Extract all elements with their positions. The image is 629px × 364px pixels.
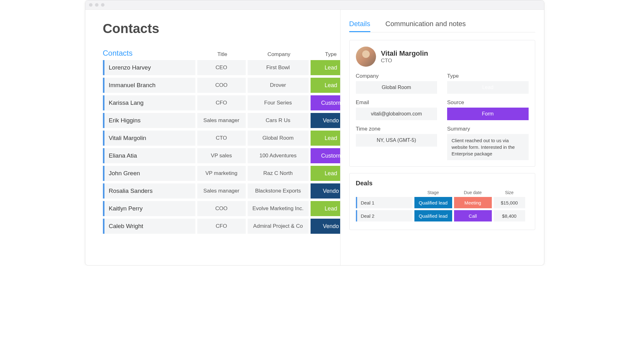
cell-title: VP sales	[197, 148, 246, 163]
cell-name: Eliana Atia	[103, 148, 195, 163]
cell-name: Lorenzo Harvey	[103, 60, 195, 75]
cell-title: COO	[197, 201, 246, 216]
contact-card: Vitali Margolin CTO Company Global Room …	[349, 40, 535, 167]
value-timezone[interactable]: NY, USA (GMT-5)	[356, 134, 437, 147]
titlebar	[85, 0, 544, 10]
label-type: Type	[447, 73, 529, 79]
table-row[interactable]: Caleb WrightCFOAdmiral Project & CoVendo	[103, 219, 340, 234]
detail-panel: Details Communication and notes Vitali M…	[340, 10, 544, 265]
deals-col-stage: Stage	[414, 190, 452, 195]
tab-communication[interactable]: Communication and notes	[385, 20, 466, 32]
table-row[interactable]: Erik HigginsSales managerCars R UsVendo	[103, 113, 340, 128]
label-company: Company	[356, 73, 437, 79]
table-row[interactable]: Lorenzo HarveyCEOFirst BowlLead	[103, 60, 340, 75]
table-row[interactable]: Rosalia SandersSales managerBlackstone E…	[103, 183, 340, 199]
cell-title: CFO	[197, 219, 246, 234]
label-email: Email	[356, 99, 437, 106]
deals-col-size: Size	[494, 190, 525, 195]
cell-company: Four Series	[248, 95, 309, 110]
cell-type: Custom	[311, 95, 340, 110]
cell-name: Immanuel Branch	[103, 78, 195, 93]
cell-company: Global Room	[248, 131, 309, 146]
cell-type: Lead	[311, 78, 340, 93]
field-type: Type Lead	[447, 73, 529, 94]
deals-title: Deals	[356, 180, 529, 187]
cell-company: Drover	[248, 78, 309, 93]
deals-rows: Deal 1Qualified leadMeeting$15,000Deal 2…	[356, 197, 529, 221]
table-row[interactable]: Karissa LangCFOFour SeriesCustom	[103, 95, 340, 110]
value-summary[interactable]: Client reached out to us via website for…	[447, 134, 529, 160]
value-source[interactable]: Form	[447, 108, 529, 120]
tabs: Details Communication and notes	[349, 20, 535, 32]
cell-name: Caleb Wright	[103, 219, 195, 234]
table-row[interactable]: Immanuel BranchCOODroverLead	[103, 78, 340, 93]
field-company: Company Global Room	[356, 73, 437, 94]
cell-name: Kaitlyn Perry	[103, 201, 195, 216]
table-row[interactable]: Eliana AtiaVP sales100 AdventuresCustom	[103, 148, 340, 163]
cell-company: Evolve Marketing Inc.	[248, 201, 309, 216]
content: Contacts Contacts Title Company Type Lor…	[85, 10, 544, 265]
table-row[interactable]: John GreenVP marketingRaz C NorthLead	[103, 166, 340, 181]
deal-due: Meeting	[454, 197, 492, 208]
cell-name: Erik Higgins	[103, 113, 195, 128]
deals-col-empty	[356, 190, 413, 195]
value-email[interactable]: vitali@globalroom.com	[356, 108, 437, 120]
contacts-rows: Lorenzo HarveyCEOFirst BowlLeadImmanuel …	[103, 60, 340, 234]
cell-company: 100 Adventures	[248, 148, 309, 163]
window-controls	[89, 3, 104, 7]
label-source: Source	[447, 99, 529, 106]
maximize-icon[interactable]	[101, 3, 104, 7]
cell-title: Sales manager	[197, 183, 246, 199]
profile-title: CTO	[381, 58, 428, 64]
cell-title: VP marketing	[197, 166, 246, 181]
cell-name: John Green	[103, 166, 195, 181]
contacts-table-header: Contacts Title Company Type	[103, 49, 340, 58]
cell-title: CTO	[197, 131, 246, 146]
field-source: Source Form	[447, 99, 529, 120]
cell-type: Custom	[311, 148, 340, 163]
deal-size: $15,000	[494, 197, 525, 208]
avatar[interactable]	[356, 47, 376, 67]
deal-row[interactable]: Deal 1Qualified leadMeeting$15,000	[356, 197, 529, 208]
contacts-panel: Contacts Contacts Title Company Type Lor…	[85, 10, 340, 265]
deals-header: Stage Due date Size	[356, 190, 529, 195]
cell-type: Lead	[311, 60, 340, 75]
close-icon[interactable]	[89, 3, 93, 7]
deals-card: Deals Stage Due date Size Deal 1Qualifie…	[349, 173, 535, 230]
table-row[interactable]: Vitali MargolinCTOGlobal RoomLead	[103, 131, 340, 146]
minimize-icon[interactable]	[95, 3, 98, 7]
cell-type: Lead	[311, 201, 340, 216]
app-window: Contacts Contacts Title Company Type Lor…	[85, 0, 544, 266]
value-type[interactable]: Lead	[447, 81, 529, 94]
field-email: Email vitali@globalroom.com	[356, 99, 437, 120]
tab-details[interactable]: Details	[349, 20, 370, 32]
cell-name: Vitali Margolin	[103, 131, 195, 146]
contacts-header-label[interactable]: Contacts	[103, 49, 197, 58]
cell-company: Raz C North	[248, 166, 309, 181]
deal-due: Call	[454, 210, 492, 221]
deals-col-due: Due date	[454, 190, 492, 195]
deal-stage: Qualified lead	[414, 197, 452, 208]
profile-name: Vitali Margolin	[381, 49, 428, 58]
detail-grid: Company Global Room Type Lead Email vita…	[356, 73, 529, 160]
deal-stage: Qualified lead	[414, 210, 452, 221]
label-summary: Summary	[447, 126, 529, 132]
label-timezone: Time zone	[356, 126, 437, 132]
col-type: Type	[311, 51, 340, 58]
page-title: Contacts	[103, 21, 340, 36]
table-row[interactable]: Kaitlyn PerryCOOEvolve Marketing Inc.Lea…	[103, 201, 340, 216]
cell-title: CEO	[197, 60, 246, 75]
deal-name: Deal 2	[356, 210, 413, 221]
cell-type: Vendo	[311, 183, 340, 199]
cell-name: Rosalia Sanders	[103, 183, 195, 199]
cell-title: COO	[197, 78, 246, 93]
cell-type: Vendo	[311, 219, 340, 234]
cell-type: Vendo	[311, 113, 340, 128]
cell-company: Admiral Project & Co	[248, 219, 309, 234]
value-company[interactable]: Global Room	[356, 81, 437, 94]
cell-title: CFO	[197, 95, 246, 110]
cell-title: Sales manager	[197, 113, 246, 128]
cell-company: Cars R Us	[248, 113, 309, 128]
deal-row[interactable]: Deal 2Qualified leadCall$8,400	[356, 210, 529, 221]
deal-name: Deal 1	[356, 197, 413, 208]
